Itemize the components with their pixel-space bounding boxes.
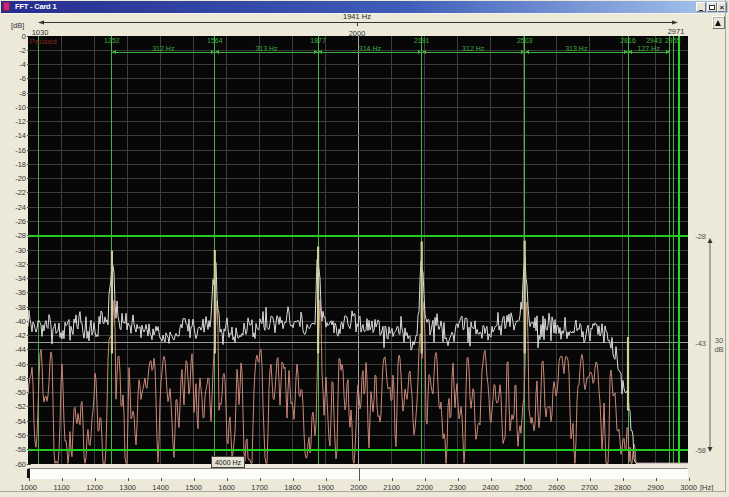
svg-text:2503: 2503	[517, 37, 533, 44]
svg-text:127 Hz: 127 Hz	[638, 45, 661, 52]
svg-text:313 Hz: 313 Hz	[565, 45, 588, 52]
svg-text:313 Hz: 313 Hz	[255, 45, 278, 52]
svg-text:Paused: Paused	[30, 37, 57, 46]
svg-text:312 Hz: 312 Hz	[152, 45, 175, 52]
svg-text:2191: 2191	[414, 37, 430, 44]
svg-text:312 Hz: 312 Hz	[462, 45, 485, 52]
svg-text:2816: 2816	[620, 37, 636, 44]
svg-text:1564: 1564	[207, 37, 223, 44]
svg-text:314 Hz: 314 Hz	[359, 45, 382, 52]
svg-text:1252: 1252	[104, 37, 120, 44]
svg-text:2955: 2955	[665, 37, 681, 44]
svg-text:2943: 2943	[646, 37, 662, 44]
svg-text:1877: 1877	[310, 37, 326, 44]
